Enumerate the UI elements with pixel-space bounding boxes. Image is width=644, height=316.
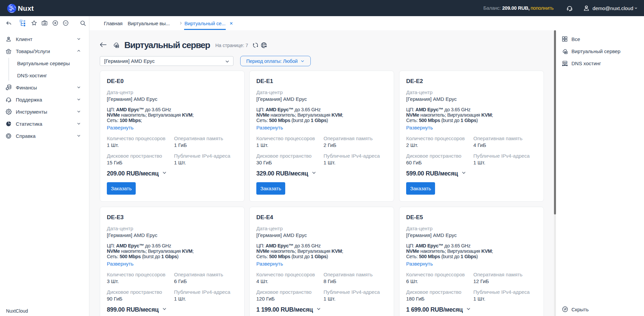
- svg-text:DNS: DNS: [563, 61, 567, 63]
